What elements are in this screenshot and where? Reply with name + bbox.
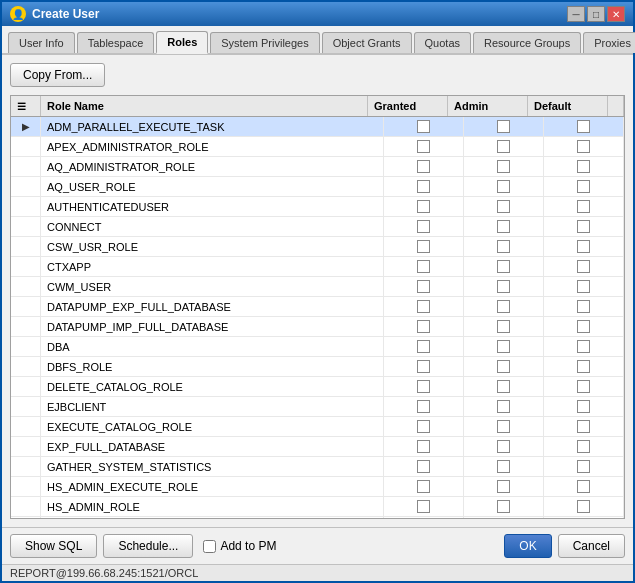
granted-checkbox[interactable] <box>417 120 430 133</box>
row-granted[interactable] <box>384 277 464 296</box>
row-admin[interactable] <box>464 317 544 336</box>
table-row[interactable]: ▶ADM_PARALLEL_EXECUTE_TASK <box>11 117 624 137</box>
row-admin[interactable] <box>464 417 544 436</box>
admin-checkbox[interactable] <box>497 460 510 473</box>
row-default[interactable] <box>544 437 624 456</box>
granted-checkbox[interactable] <box>417 300 430 313</box>
default-checkbox[interactable] <box>577 480 590 493</box>
default-checkbox[interactable] <box>577 280 590 293</box>
admin-checkbox[interactable] <box>497 400 510 413</box>
row-default[interactable] <box>544 497 624 516</box>
row-admin[interactable] <box>464 237 544 256</box>
col-admin[interactable]: Admin <box>448 96 528 116</box>
row-admin[interactable] <box>464 177 544 196</box>
row-default[interactable] <box>544 457 624 476</box>
row-default[interactable] <box>544 477 624 496</box>
default-checkbox[interactable] <box>577 420 590 433</box>
row-admin[interactable] <box>464 437 544 456</box>
table-row[interactable]: APEX_ADMINISTRATOR_ROLE <box>11 137 624 157</box>
row-default[interactable] <box>544 177 624 196</box>
granted-checkbox[interactable] <box>417 320 430 333</box>
tab-proxies[interactable]: Proxies <box>583 32 635 53</box>
row-admin[interactable] <box>464 477 544 496</box>
default-checkbox[interactable] <box>577 320 590 333</box>
granted-checkbox[interactable] <box>417 480 430 493</box>
table-row[interactable]: EXECUTE_CATALOG_ROLE <box>11 417 624 437</box>
granted-checkbox[interactable] <box>417 260 430 273</box>
row-default[interactable] <box>544 277 624 296</box>
admin-checkbox[interactable] <box>497 220 510 233</box>
row-admin[interactable] <box>464 157 544 176</box>
add-to-pm-checkbox[interactable] <box>203 540 216 553</box>
row-granted[interactable] <box>384 397 464 416</box>
show-sql-button[interactable]: Show SQL <box>10 534 97 558</box>
row-granted[interactable] <box>384 417 464 436</box>
row-granted[interactable] <box>384 177 464 196</box>
default-checkbox[interactable] <box>577 460 590 473</box>
table-row[interactable]: HS_ADMIN_ROLE <box>11 497 624 517</box>
col-default[interactable]: Default <box>528 96 608 116</box>
row-default[interactable] <box>544 417 624 436</box>
row-admin[interactable] <box>464 297 544 316</box>
granted-checkbox[interactable] <box>417 440 430 453</box>
row-granted[interactable] <box>384 477 464 496</box>
table-row[interactable]: DBFS_ROLE <box>11 357 624 377</box>
granted-checkbox[interactable] <box>417 400 430 413</box>
row-default[interactable] <box>544 377 624 396</box>
copy-from-button[interactable]: Copy From... <box>10 63 105 87</box>
table-row[interactable]: HS_ADMIN_SELECT_ROLE <box>11 517 624 518</box>
default-checkbox[interactable] <box>577 400 590 413</box>
row-granted[interactable] <box>384 117 464 136</box>
table-row[interactable]: CONNECT <box>11 217 624 237</box>
tab-system-privileges[interactable]: System Privileges <box>210 32 319 53</box>
row-admin[interactable] <box>464 357 544 376</box>
granted-checkbox[interactable] <box>417 420 430 433</box>
row-granted[interactable] <box>384 337 464 356</box>
row-default[interactable] <box>544 237 624 256</box>
col-role-name[interactable]: Role Name <box>41 96 368 116</box>
row-granted[interactable] <box>384 437 464 456</box>
admin-checkbox[interactable] <box>497 420 510 433</box>
row-default[interactable] <box>544 117 624 136</box>
table-row[interactable]: GATHER_SYSTEM_STATISTICS <box>11 457 624 477</box>
row-default[interactable] <box>544 217 624 236</box>
row-default[interactable] <box>544 197 624 216</box>
row-default[interactable] <box>544 157 624 176</box>
maximize-button[interactable]: □ <box>587 6 605 22</box>
row-default[interactable] <box>544 317 624 336</box>
default-checkbox[interactable] <box>577 120 590 133</box>
row-admin[interactable] <box>464 497 544 516</box>
row-granted[interactable] <box>384 217 464 236</box>
granted-checkbox[interactable] <box>417 280 430 293</box>
row-default[interactable] <box>544 397 624 416</box>
admin-checkbox[interactable] <box>497 360 510 373</box>
granted-checkbox[interactable] <box>417 460 430 473</box>
default-checkbox[interactable] <box>577 380 590 393</box>
cancel-button[interactable]: Cancel <box>558 534 625 558</box>
tab-quotas[interactable]: Quotas <box>414 32 471 53</box>
default-checkbox[interactable] <box>577 260 590 273</box>
row-default[interactable] <box>544 357 624 376</box>
admin-checkbox[interactable] <box>497 260 510 273</box>
row-granted[interactable] <box>384 497 464 516</box>
row-admin[interactable] <box>464 397 544 416</box>
row-admin[interactable] <box>464 517 544 518</box>
table-row[interactable]: CWM_USER <box>11 277 624 297</box>
row-granted[interactable] <box>384 377 464 396</box>
default-checkbox[interactable] <box>577 340 590 353</box>
table-row[interactable]: CSW_USR_ROLE <box>11 237 624 257</box>
default-checkbox[interactable] <box>577 220 590 233</box>
admin-checkbox[interactable] <box>497 340 510 353</box>
admin-checkbox[interactable] <box>497 200 510 213</box>
table-row[interactable]: DELETE_CATALOG_ROLE <box>11 377 624 397</box>
admin-checkbox[interactable] <box>497 320 510 333</box>
row-default[interactable] <box>544 137 624 156</box>
close-button[interactable]: ✕ <box>607 6 625 22</box>
table-row[interactable]: DATAPUMP_IMP_FULL_DATABASE <box>11 317 624 337</box>
admin-checkbox[interactable] <box>497 500 510 513</box>
row-admin[interactable] <box>464 337 544 356</box>
table-row[interactable]: DATAPUMP_EXP_FULL_DATABASE <box>11 297 624 317</box>
row-granted[interactable] <box>384 317 464 336</box>
row-default[interactable] <box>544 257 624 276</box>
granted-checkbox[interactable] <box>417 140 430 153</box>
